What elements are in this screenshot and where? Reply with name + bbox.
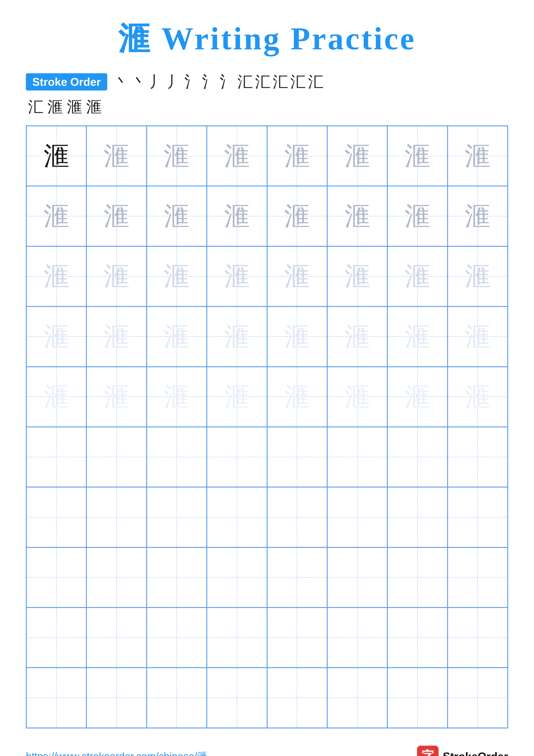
grid-cell-r10c3[interactable] (147, 668, 207, 728)
grid-cell-r10c8[interactable] (447, 668, 508, 728)
grid-cell-r4c4[interactable]: 滙 (207, 307, 267, 366)
grid-cell-r3c4[interactable]: 滙 (207, 246, 267, 307)
grid-cell-r6c6[interactable] (327, 427, 387, 487)
grid-cell-r6c2[interactable] (87, 427, 146, 487)
grid-cell-r1c3[interactable]: 滙 (147, 126, 207, 186)
grid-cell-r2c4[interactable]: 滙 (207, 186, 267, 246)
grid-cell-r5c4[interactable]: 滙 (207, 367, 267, 427)
grid-cell-r4c6[interactable]: 滙 (327, 307, 387, 366)
grid-cell-r3c6[interactable]: 滙 (327, 246, 387, 307)
practice-char: 滙 (405, 143, 430, 169)
grid-cell-r9c1[interactable] (26, 608, 87, 668)
footer-brand-name: StrokeOrder (443, 750, 508, 756)
grid-cell-r7c3[interactable] (147, 487, 207, 547)
stroke-sequence-row1: 丶 丶 丿 丿 氵 氵 氵 汇 汇 汇 汇 汇 (114, 74, 508, 90)
grid-cell-r10c7[interactable] (387, 668, 447, 728)
practice-char: 滙 (164, 143, 190, 169)
grid-cell-r8c1[interactable] (26, 547, 87, 608)
grid-cell-r4c2[interactable]: 滙 (87, 307, 146, 366)
practice-char: 滙 (465, 384, 491, 410)
grid-cell-r6c7[interactable] (387, 427, 447, 487)
stroke-12: 汇 (308, 74, 323, 90)
grid-cell-r9c8[interactable] (447, 608, 508, 668)
grid-cell-r4c3[interactable]: 滙 (147, 307, 207, 366)
grid-cell-r3c2[interactable]: 滙 (87, 246, 146, 307)
grid-cell-r2c5[interactable]: 滙 (267, 186, 327, 246)
grid-cell-r2c3[interactable]: 滙 (147, 186, 207, 246)
grid-cell-r9c5[interactable] (267, 608, 327, 668)
grid-cell-r7c2[interactable] (87, 487, 146, 547)
grid-cell-r6c5[interactable] (267, 427, 327, 487)
grid-cell-r9c3[interactable] (147, 608, 207, 668)
grid-cell-r7c6[interactable] (327, 487, 387, 547)
grid-cell-r8c7[interactable] (387, 547, 447, 608)
grid-cell-r2c6[interactable]: 滙 (327, 186, 387, 246)
grid-cell-r7c5[interactable] (267, 487, 327, 547)
grid-cell-r7c4[interactable] (207, 487, 267, 547)
grid-cell-r8c4[interactable] (207, 547, 267, 608)
stroke-1: 丶 (114, 74, 129, 90)
grid-cell-r5c1[interactable]: 滙 (26, 367, 87, 427)
grid-cell-r10c5[interactable] (267, 668, 327, 728)
grid-cell-r6c1[interactable] (26, 427, 87, 487)
grid-cell-r8c2[interactable] (87, 547, 146, 608)
grid-cell-r8c3[interactable] (147, 547, 207, 608)
stroke-8: 汇 (237, 74, 253, 90)
grid-cell-r7c7[interactable] (387, 487, 447, 547)
grid-cell-r6c8[interactable] (447, 427, 508, 487)
practice-char: 滙 (465, 263, 491, 289)
grid-cell-r9c4[interactable] (207, 608, 267, 668)
grid-cell-r5c6[interactable]: 滙 (327, 367, 387, 427)
grid-cell-r10c2[interactable] (87, 668, 146, 728)
grid-cell-r9c2[interactable] (87, 608, 146, 668)
grid-cell-r5c5[interactable]: 滙 (267, 367, 327, 427)
grid-cell-r3c8[interactable]: 滙 (447, 246, 508, 307)
grid-cell-r4c7[interactable]: 滙 (387, 307, 447, 366)
practice-char: 滙 (104, 324, 129, 350)
grid-cell-r10c6[interactable] (327, 668, 387, 728)
grid-cell-r1c4[interactable]: 滙 (207, 126, 267, 186)
practice-char: 滙 (344, 203, 370, 229)
grid-cell-r3c7[interactable]: 滙 (387, 246, 447, 307)
grid-cell-r1c2[interactable]: 滙 (87, 126, 146, 186)
grid-cell-r1c1[interactable]: 滙 (26, 126, 87, 186)
grid-cell-r2c7[interactable]: 滙 (387, 186, 447, 246)
grid-cell-r7c1[interactable] (26, 487, 87, 547)
grid-cell-r5c3[interactable]: 滙 (147, 367, 207, 427)
grid-cell-r9c7[interactable] (387, 608, 447, 668)
practice-char: 滙 (284, 203, 310, 229)
footer-url[interactable]: https://www.strokeorder.com/chinese/滙 (26, 749, 207, 756)
grid-cell-r1c6[interactable]: 滙 (327, 126, 387, 186)
practice-char: 滙 (224, 203, 250, 229)
practice-char: 滙 (224, 143, 250, 169)
grid-cell-r8c6[interactable] (327, 547, 387, 608)
grid-cell-r4c5[interactable]: 滙 (267, 307, 327, 366)
grid-cell-r9c6[interactable] (327, 608, 387, 668)
grid-cell-r7c8[interactable] (447, 487, 508, 547)
grid-cell-r10c1[interactable] (26, 668, 87, 728)
practice-char: 滙 (104, 203, 129, 229)
grid-cell-r4c8[interactable]: 滙 (447, 307, 508, 366)
grid-cell-r2c2[interactable]: 滙 (87, 186, 146, 246)
grid-cell-r2c8[interactable]: 滙 (447, 186, 508, 246)
grid-cell-r1c8[interactable]: 滙 (447, 126, 508, 186)
grid-cell-r5c2[interactable]: 滙 (87, 367, 146, 427)
stroke-order-badge: Stroke Order (26, 73, 107, 91)
grid-cell-r6c4[interactable] (207, 427, 267, 487)
practice-char: 滙 (465, 203, 491, 229)
grid-cell-r5c8[interactable]: 滙 (447, 367, 508, 427)
grid-cell-r8c8[interactable] (447, 547, 508, 608)
grid-cell-r1c5[interactable]: 滙 (267, 126, 327, 186)
grid-cell-r10c4[interactable] (207, 668, 267, 728)
grid-cell-r3c5[interactable]: 滙 (267, 246, 327, 307)
practice-char: 滙 (224, 324, 250, 350)
grid-cell-r3c1[interactable]: 滙 (26, 246, 87, 307)
practice-char: 滙 (405, 203, 430, 229)
grid-cell-r2c1[interactable]: 滙 (26, 186, 87, 246)
grid-cell-r6c3[interactable] (147, 427, 207, 487)
grid-cell-r1c7[interactable]: 滙 (387, 126, 447, 186)
grid-cell-r8c5[interactable] (267, 547, 327, 608)
grid-cell-r4c1[interactable]: 滙 (26, 307, 87, 366)
grid-cell-r5c7[interactable]: 滙 (387, 367, 447, 427)
grid-cell-r3c3[interactable]: 滙 (147, 246, 207, 307)
